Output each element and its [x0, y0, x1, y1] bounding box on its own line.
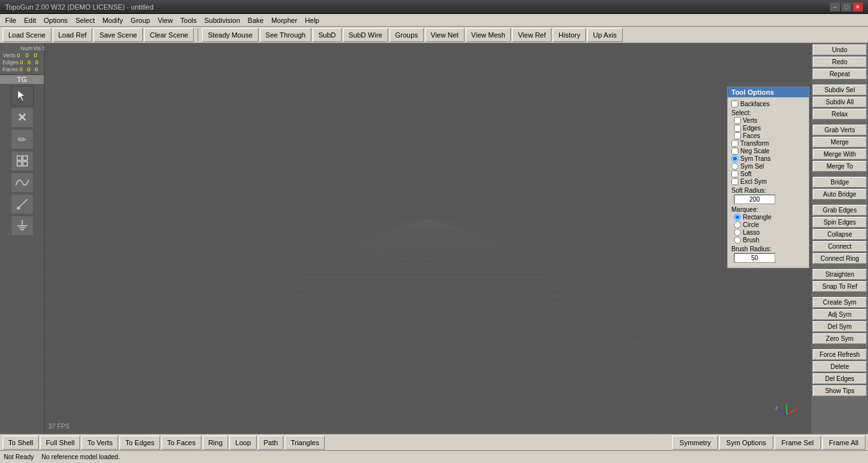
right-btn-spin-edges[interactable]: Spin Edges	[813, 217, 867, 228]
toolbar-btn-load-ref[interactable]: Load Ref	[53, 28, 93, 42]
toolbar-btn-load-scene[interactable]: Load Scene	[3, 28, 51, 42]
right-btn-del-sym[interactable]: Del Sym	[813, 321, 867, 332]
toolbar-btn-clear-scene[interactable]: Clear Scene	[144, 28, 194, 42]
marquee-brush-radio[interactable]	[734, 237, 741, 244]
bottom-right-btn-sym-options[interactable]: Sym Options	[719, 436, 773, 450]
right-btn-connect-ring[interactable]: Connect Ring	[813, 253, 867, 264]
right-btn-auto-bridge[interactable]: Auto Bridge	[813, 189, 867, 200]
right-btn-zero-sym[interactable]: Zero Sym	[813, 333, 867, 344]
toolbar-toggle-view-ref[interactable]: View Ref	[512, 28, 552, 42]
right-btn-merge[interactable]: Merge	[813, 137, 867, 148]
toolbar-toggle-groups[interactable]: Groups	[390, 28, 424, 42]
right-btn-redo[interactable]: Redo	[813, 57, 867, 67]
right-btn-show-tips[interactable]: Show Tips	[813, 385, 867, 396]
close-button[interactable]: ✕	[853, 3, 863, 11]
stats-num-header: Num	[20, 45, 32, 52]
weld-tool-button[interactable]	[11, 216, 34, 236]
toolbar-toggle-subd[interactable]: SubD	[313, 28, 342, 42]
right-btn-straighten[interactable]: Straighten	[813, 269, 867, 280]
select-tool-button[interactable]	[11, 86, 34, 106]
marquee-circle-radio[interactable]	[734, 221, 741, 228]
right-btn-merge-with[interactable]: Merge With	[813, 149, 867, 160]
toolbar-toggle-see-through[interactable]: See Through	[260, 28, 311, 42]
right-panel-separator-0	[813, 81, 867, 84]
draw-tool-button[interactable]: ✏	[11, 129, 34, 149]
cut-tool-button[interactable]	[11, 194, 34, 214]
select-faces-checkbox[interactable]	[734, 132, 741, 139]
right-btn-bridge[interactable]: Bridge	[813, 177, 867, 188]
right-btn-repeat[interactable]: Repeat	[813, 69, 867, 79]
sym-sel-radio[interactable]	[731, 163, 738, 170]
bottom-right-btn-frame-sel[interactable]: Frame Sel	[775, 436, 821, 450]
bottom-btn-to-edges[interactable]: To Edges	[119, 436, 160, 450]
menu-item-tools[interactable]: Tools	[177, 15, 201, 25]
toolbar-toggle-history[interactable]: History	[553, 28, 586, 42]
soft-checkbox[interactable]	[731, 170, 738, 177]
menu-item-file[interactable]: File	[1, 15, 20, 25]
menu-item-subdivision[interactable]: Subdivision	[201, 15, 244, 25]
marquee-rectangle-radio[interactable]	[734, 214, 741, 221]
bottom-btn-path[interactable]: Path	[258, 436, 284, 450]
minimize-button[interactable]: ─	[830, 3, 840, 11]
bottom-btn-loop[interactable]: Loop	[229, 436, 256, 450]
smooth-tool-button[interactable]	[11, 172, 34, 193]
tg-header[interactable]: TG	[0, 75, 44, 85]
backfaces-checkbox[interactable]	[731, 100, 738, 107]
right-btn-create-sym[interactable]: Create Sym	[813, 297, 867, 308]
right-btn-connect[interactable]: Connect	[813, 241, 867, 252]
toolbar-toggle-view-net[interactable]: View Net	[425, 28, 465, 42]
right-btn-del-edges[interactable]: Del Edges	[813, 373, 867, 384]
right-btn-grab-verts[interactable]: Grab Verts	[813, 125, 867, 135]
select-edges-checkbox[interactable]	[734, 125, 741, 132]
menu-item-help[interactable]: Help	[301, 15, 323, 25]
soft-radius-input[interactable]	[734, 195, 775, 204]
right-btn-snap-to-ref[interactable]: Snap To Ref	[813, 281, 867, 292]
right-btn-undo[interactable]: Undo	[813, 45, 867, 55]
excl-sym-checkbox[interactable]	[731, 178, 738, 185]
toolbar-btn-save-scene[interactable]: Save Scene	[93, 28, 142, 42]
bottom-btn-ring[interactable]: Ring	[203, 436, 229, 450]
menu-item-view[interactable]: View	[154, 15, 177, 25]
marquee-lasso-radio[interactable]	[734, 229, 741, 236]
menu-item-edit[interactable]: Edit	[20, 15, 40, 25]
maximize-button[interactable]: □	[841, 3, 851, 11]
neg-scale-checkbox[interactable]	[731, 148, 738, 155]
brush-radius-input[interactable]	[734, 253, 775, 263]
main-area: Num Vis Sel Verts 0 0 0 Edges 0 0 0 Face…	[0, 43, 868, 434]
select-verts-checkbox[interactable]	[734, 117, 741, 124]
right-btn-subdiv-all[interactable]: Subdiv All	[813, 97, 867, 107]
menu-item-select[interactable]: Select	[72, 15, 99, 25]
soft-radius-input-row	[731, 195, 805, 204]
toolbar-toggle-subd-wire[interactable]: SubD Wire	[343, 28, 388, 42]
right-btn-collapse[interactable]: Collapse	[813, 229, 867, 240]
bottom-btn-to-faces[interactable]: To Faces	[161, 436, 201, 450]
transform-tool-button[interactable]: ✕	[11, 107, 34, 128]
x-icon: ✕	[17, 111, 27, 125]
viewport[interactable]: 37 FPS X Y Z	[44, 43, 811, 434]
bottom-right-btn-symmetry[interactable]: Symmetry	[672, 436, 718, 450]
toolbar-toggle-view-mesh[interactable]: View Mesh	[466, 28, 512, 42]
menu-item-morpher[interactable]: Morpher	[268, 15, 301, 25]
right-btn-adj-sym[interactable]: Adj Sym	[813, 309, 867, 320]
right-btn-subdiv-sel[interactable]: Subdiv Sel	[813, 85, 867, 95]
bottom-btn-to-verts[interactable]: To Verts	[81, 436, 118, 450]
grid-icon	[16, 155, 29, 167]
right-btn-merge-to[interactable]: Merge To	[813, 161, 867, 172]
grid-tool-button[interactable]	[11, 151, 34, 171]
toolbar-toggle-up-axis[interactable]: Up Axis	[587, 28, 622, 42]
right-btn-force-refresh[interactable]: Force Refresh	[813, 349, 867, 360]
bottom-right-btn-frame-all[interactable]: Frame All	[822, 436, 865, 450]
menu-item-group[interactable]: Group	[127, 15, 154, 25]
bottom-btn-full-shell[interactable]: Full Shell	[40, 436, 80, 450]
right-btn-delete[interactable]: Delete	[813, 361, 867, 372]
transform-checkbox[interactable]	[731, 140, 738, 147]
right-btn-grab-edges[interactable]: Grab Edges	[813, 205, 867, 216]
sym-trans-radio[interactable]	[731, 155, 738, 162]
menu-item-options[interactable]: Options	[40, 15, 72, 25]
toolbar-toggle-steady-mouse[interactable]: Steady Mouse	[202, 28, 258, 42]
bottom-btn-to-shell[interactable]: To Shell	[3, 436, 39, 450]
menu-item-bake[interactable]: Bake	[244, 15, 268, 25]
menu-item-modify[interactable]: Modify	[98, 15, 126, 25]
right-btn-relax[interactable]: Relax	[813, 109, 867, 120]
bottom-btn-triangles[interactable]: Triangles	[285, 436, 325, 450]
